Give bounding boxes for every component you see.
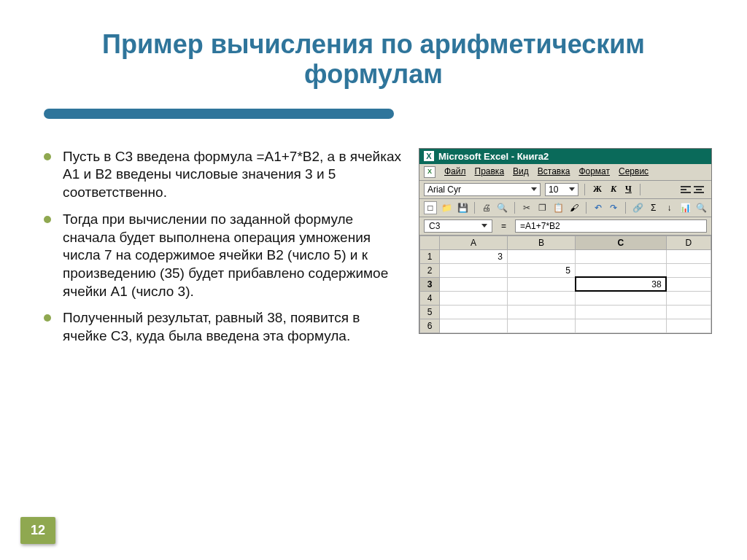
bold-button[interactable]: Ж — [591, 184, 604, 195]
cell-C5[interactable] — [576, 305, 667, 319]
cell-A3[interactable] — [440, 277, 508, 291]
cell-D6[interactable] — [666, 319, 711, 332]
excel-titlebar: X Microsoft Excel - Книга2 — [419, 149, 711, 164]
chart-icon[interactable]: 📊 — [679, 202, 691, 214]
name-box[interactable]: C3 — [424, 219, 492, 233]
cell-C6[interactable] — [576, 319, 667, 332]
row-header-1[interactable]: 1 — [420, 249, 440, 263]
bullet-list: Пусть в С3 введена формула =А1+7*В2, а в… — [44, 148, 401, 354]
cell-B5[interactable] — [508, 305, 576, 319]
row-header-2[interactable]: 2 — [420, 263, 440, 277]
col-header-A[interactable]: A — [440, 236, 508, 249]
bullet-item: Тогда при вычислении по заданной формуле… — [44, 211, 401, 300]
cell-D1[interactable] — [666, 249, 711, 263]
undo-icon[interactable]: ↶ — [592, 202, 604, 214]
cell-C2[interactable] — [576, 263, 667, 277]
row-header-5[interactable]: 5 — [420, 305, 440, 319]
print-preview-icon[interactable]: 🔍 — [497, 202, 508, 214]
font-size-value: 10 — [549, 184, 558, 195]
italic-button[interactable]: К — [608, 184, 619, 195]
toolbar-separator — [584, 184, 585, 195]
font-name-dropdown[interactable]: Arial Cyr — [424, 183, 541, 196]
menu-file[interactable]: Файл — [444, 166, 466, 178]
cell-B1[interactable] — [508, 249, 576, 263]
menu-edit[interactable]: Правка — [475, 166, 505, 178]
cell-D2[interactable] — [666, 263, 711, 277]
format-painter-icon[interactable]: 🖌 — [568, 202, 580, 214]
menu-insert[interactable]: Вставка — [538, 166, 570, 178]
cell-D3[interactable] — [666, 277, 711, 291]
menu-edit-label: Правка — [475, 166, 505, 176]
select-all-corner[interactable] — [420, 236, 440, 249]
grid-row: 2 5 — [420, 263, 711, 277]
save-icon[interactable]: 💾 — [457, 202, 469, 214]
menu-view[interactable]: Вид — [513, 166, 529, 178]
font-size-dropdown[interactable]: 10 — [545, 183, 578, 196]
cell-B6[interactable] — [508, 319, 576, 332]
excel-format-toolbar: Arial Cyr 10 Ж К Ч — [419, 181, 711, 199]
cell-C4[interactable] — [576, 291, 667, 305]
cell-A6[interactable] — [440, 319, 508, 332]
cell-B4[interactable] — [508, 291, 576, 305]
cell-A4[interactable] — [440, 291, 508, 305]
grid-row: 6 — [420, 319, 711, 332]
excel-menubar: X Файл Правка Вид Вставка Формат Сервис — [419, 164, 711, 181]
font-name-value: Arial Cyr — [427, 184, 461, 195]
toolbar-separator — [474, 202, 475, 214]
autosum-icon[interactable]: Σ — [648, 202, 659, 214]
cell-C1[interactable] — [576, 249, 667, 263]
underline-button[interactable]: Ч — [623, 184, 634, 195]
menu-file-label: Файл — [444, 166, 466, 176]
cell-B2[interactable]: 5 — [508, 263, 576, 277]
excel-grid: A B C D 1 3 2 5 — [419, 236, 711, 333]
cell-C3[interactable]: 38 — [576, 277, 667, 291]
align-left-button[interactable] — [681, 185, 691, 194]
slide-body: Пусть в С3 введена формула =А1+7*В2, а в… — [0, 119, 747, 354]
excel-app-icon: X — [424, 151, 434, 161]
chevron-down-icon — [481, 224, 487, 228]
menu-tools-label: Сервис — [619, 166, 649, 176]
print-icon[interactable]: 🖨 — [481, 202, 492, 214]
excel-doc-icon: X — [424, 166, 436, 178]
col-header-B[interactable]: B — [508, 236, 576, 249]
menu-format-label: Формат — [578, 166, 610, 176]
row-header-3[interactable]: 3 — [420, 277, 440, 291]
bullet-item: Пусть в С3 введена формула =А1+7*В2, а в… — [44, 148, 401, 202]
toolbar-separator — [640, 184, 640, 195]
zoom-icon[interactable]: 🔍 — [695, 202, 707, 214]
cell-A1[interactable]: 3 — [440, 249, 508, 263]
open-file-icon[interactable]: 📁 — [441, 202, 453, 214]
excel-window-title: Microsoft Excel - Книга2 — [438, 151, 549, 162]
toolbar-separator — [586, 202, 587, 214]
formula-input[interactable]: =A1+7*B2 — [515, 219, 707, 233]
cell-D5[interactable] — [666, 305, 711, 319]
cut-icon[interactable]: ✂ — [521, 202, 533, 214]
col-header-C[interactable]: C — [576, 236, 667, 249]
copy-icon[interactable]: ❐ — [536, 202, 548, 214]
menu-tools[interactable]: Сервис — [619, 166, 649, 178]
align-center-button[interactable] — [694, 185, 704, 194]
paste-icon[interactable]: 📋 — [552, 202, 564, 214]
redo-icon[interactable]: ↷ — [608, 202, 619, 214]
sort-icon[interactable]: ↓ — [664, 202, 676, 214]
chevron-down-icon — [531, 187, 537, 191]
row-header-4[interactable]: 4 — [420, 291, 440, 305]
excel-screenshot: X Microsoft Excel - Книга2 X Файл Правка… — [419, 148, 712, 334]
chevron-down-icon — [569, 187, 575, 191]
menu-format[interactable]: Формат — [578, 166, 610, 178]
grid-row: 5 — [420, 305, 711, 319]
excel-formula-bar: C3 = =A1+7*B2 — [419, 217, 711, 236]
hyperlink-icon[interactable]: 🔗 — [632, 202, 643, 214]
cell-B3[interactable] — [508, 277, 576, 291]
toolbar-separator — [625, 202, 626, 214]
cell-D4[interactable] — [666, 291, 711, 305]
slide: Пример вычисления по арифметическим форм… — [0, 0, 747, 560]
cell-A2[interactable] — [440, 263, 508, 277]
new-file-icon[interactable]: □ — [424, 201, 437, 214]
formula-equals-label: = — [498, 221, 509, 231]
col-header-D[interactable]: D — [666, 236, 711, 249]
row-header-6[interactable]: 6 — [420, 319, 440, 332]
cell-A5[interactable] — [440, 305, 508, 319]
align-group — [681, 185, 707, 194]
bullet-item: Полученный результат, равный 38, появитс… — [44, 309, 401, 345]
